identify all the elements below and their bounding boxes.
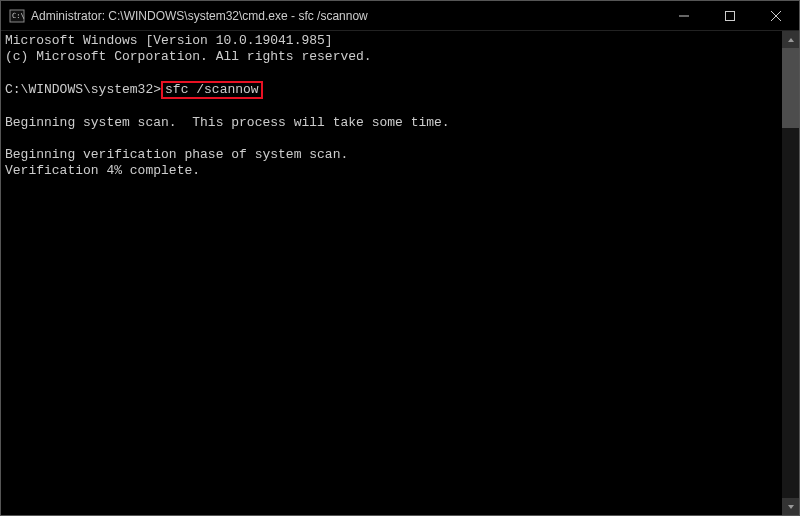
minimize-button[interactable]: [661, 1, 707, 30]
vertical-scrollbar[interactable]: [782, 31, 799, 515]
version-line: Microsoft Windows [Version 10.0.19041.98…: [5, 33, 778, 49]
maximize-button[interactable]: [707, 1, 753, 30]
window-buttons: [661, 1, 799, 30]
cmd-window: C:\ Administrator: C:\WINDOWS\system32\c…: [0, 0, 800, 516]
verify-phase-line: Beginning verification phase of system s…: [5, 147, 778, 163]
scroll-down-button[interactable]: [782, 498, 799, 515]
blank-line: [5, 65, 778, 81]
svg-rect-3: [726, 11, 735, 20]
scroll-thumb[interactable]: [782, 48, 799, 128]
copyright-line: (c) Microsoft Corporation. All rights re…: [5, 49, 778, 65]
blank-line: [5, 131, 778, 147]
svg-marker-6: [788, 38, 794, 42]
scroll-track[interactable]: [782, 48, 799, 498]
window-title: Administrator: C:\WINDOWS\system32\cmd.e…: [31, 9, 661, 23]
terminal-content[interactable]: Microsoft Windows [Version 10.0.19041.98…: [1, 31, 782, 515]
command-highlight: sfc /scannow: [161, 81, 263, 99]
svg-text:C:\: C:\: [12, 12, 25, 20]
titlebar[interactable]: C:\ Administrator: C:\WINDOWS\system32\c…: [1, 1, 799, 31]
content-wrap: Microsoft Windows [Version 10.0.19041.98…: [1, 31, 799, 515]
blank-line: [5, 99, 778, 115]
scroll-up-button[interactable]: [782, 31, 799, 48]
svg-marker-7: [788, 505, 794, 509]
scan-start-line: Beginning system scan. This process will…: [5, 115, 778, 131]
verify-progress-line: Verification 4% complete.: [5, 163, 778, 179]
close-button[interactable]: [753, 1, 799, 30]
prompt-text: C:\WINDOWS\system32>: [5, 82, 161, 97]
cmd-icon: C:\: [9, 8, 25, 24]
prompt-line: C:\WINDOWS\system32>sfc /scannow: [5, 81, 778, 99]
